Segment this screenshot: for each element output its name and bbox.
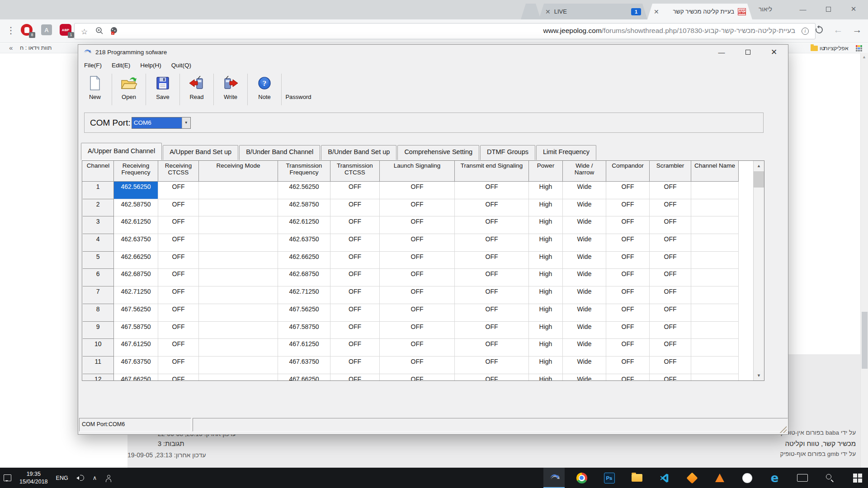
cell-launch_signaling[interactable]: OFF bbox=[380, 182, 455, 199]
cell-tx_end_signaling[interactable]: OFF bbox=[455, 251, 529, 269]
apps-grid-icon[interactable] bbox=[856, 45, 862, 52]
cell-tx_freq[interactable]: 462.56250 bbox=[278, 182, 330, 199]
cell-launch_signaling[interactable]: OFF bbox=[380, 304, 455, 321]
cell-tx_freq[interactable]: 467.58750 bbox=[278, 321, 330, 339]
cell-power[interactable]: High bbox=[529, 199, 563, 216]
read-button[interactable]: Read bbox=[182, 73, 212, 109]
cell-power[interactable]: High bbox=[529, 356, 563, 374]
cell-rx_mode[interactable] bbox=[199, 251, 278, 269]
taskbar-programming-app-button[interactable] bbox=[543, 468, 565, 488]
cell-compandor[interactable]: OFF bbox=[606, 374, 650, 381]
row-header[interactable]: 12 bbox=[83, 374, 114, 381]
action-center-icon[interactable] bbox=[4, 474, 11, 481]
taskbar-generic-app-button[interactable] bbox=[736, 468, 758, 488]
cell-launch_signaling[interactable]: OFF bbox=[380, 216, 455, 234]
tab-dtmf-groups[interactable]: DTMF Groups bbox=[480, 145, 535, 160]
cell-scrambler[interactable]: OFF bbox=[650, 321, 691, 339]
cell-channel_name[interactable] bbox=[691, 269, 739, 286]
note-button[interactable]: ? Note bbox=[250, 73, 279, 109]
browser-scrollbar-thumb[interactable] bbox=[862, 312, 868, 369]
cookie-blocker-icon[interactable]: x bbox=[110, 27, 118, 37]
cell-channel_name[interactable] bbox=[691, 304, 739, 321]
cell-rx_freq[interactable]: 462.63750 bbox=[114, 234, 158, 252]
taskbar-chrome-button[interactable] bbox=[571, 468, 592, 488]
cell-rx_mode[interactable] bbox=[199, 304, 278, 321]
volume-icon[interactable] bbox=[76, 475, 85, 481]
tab-a-upper-band-setup[interactable]: A/Upper Band Set up bbox=[163, 145, 238, 160]
cell-rx_freq[interactable]: 462.58750 bbox=[114, 199, 158, 216]
cell-launch_signaling[interactable]: OFF bbox=[380, 339, 455, 357]
save-button[interactable]: Save bbox=[148, 73, 178, 109]
tray-overflow-chevron-icon[interactable]: ∧ bbox=[93, 474, 97, 481]
cell-rx_freq[interactable]: 467.66250 bbox=[114, 374, 158, 381]
browser-close-button[interactable]: ✕ bbox=[841, 2, 866, 16]
cell-compandor[interactable]: OFF bbox=[606, 269, 650, 286]
row-header[interactable]: 1 bbox=[83, 182, 114, 199]
com-port-dropdown[interactable]: COM6 ▼ bbox=[132, 117, 191, 129]
cell-tx_end_signaling[interactable]: OFF bbox=[455, 374, 529, 381]
table-scroll-up-icon[interactable]: ▲ bbox=[754, 161, 764, 171]
cell-tx_ctcss[interactable]: OFF bbox=[330, 182, 380, 199]
cell-rx_ctcss[interactable]: OFF bbox=[158, 321, 199, 339]
cell-rx_freq[interactable]: 467.61250 bbox=[114, 339, 158, 357]
cell-tx_freq[interactable]: 467.61250 bbox=[278, 339, 330, 357]
page-info-icon[interactable]: i bbox=[802, 28, 809, 35]
browser-partial-tab[interactable] bbox=[521, 4, 541, 19]
column-header-rx_mode[interactable]: Receiving Mode bbox=[199, 161, 278, 182]
taskbar-photoshop-button[interactable]: Ps bbox=[599, 468, 620, 488]
column-header-channel_name[interactable]: Channel Name bbox=[691, 161, 739, 182]
cell-tx_freq[interactable]: 462.66250 bbox=[278, 251, 330, 269]
cell-power[interactable]: High bbox=[529, 269, 563, 286]
cell-tx_end_signaling[interactable]: OFF bbox=[455, 234, 529, 252]
app-maximize-button[interactable] bbox=[735, 45, 761, 60]
cell-wide_narrow[interactable]: Wide bbox=[563, 321, 606, 339]
cell-launch_signaling[interactable]: OFF bbox=[380, 286, 455, 304]
column-header-rx_ctcss[interactable]: Receiving CTCSS bbox=[158, 161, 199, 182]
row-header[interactable]: 3 bbox=[83, 216, 114, 234]
scroll-up-icon[interactable]: ▲ bbox=[862, 55, 866, 59]
new-button[interactable]: New bbox=[80, 73, 110, 109]
taskbar-vscode-button[interactable] bbox=[654, 468, 675, 488]
cell-compandor[interactable]: OFF bbox=[606, 286, 650, 304]
reload-icon[interactable] bbox=[812, 23, 826, 37]
browser-scrollbar[interactable]: ▲ bbox=[860, 53, 868, 468]
cell-tx_ctcss[interactable]: OFF bbox=[330, 269, 380, 286]
extension-hand-blocker-icon[interactable]: 8 bbox=[21, 24, 33, 37]
cell-rx_mode[interactable] bbox=[199, 339, 278, 357]
column-header-power[interactable]: Power bbox=[529, 161, 563, 182]
browser-minimize-button[interactable]: — bbox=[790, 2, 816, 16]
taskbar-search-button[interactable] bbox=[819, 468, 840, 488]
row-header[interactable]: 10 bbox=[83, 339, 114, 357]
row-header[interactable]: 6 bbox=[83, 269, 114, 286]
cell-rx_ctcss[interactable]: OFF bbox=[158, 374, 199, 381]
app-close-button[interactable]: ✕ bbox=[761, 45, 787, 60]
cell-rx_mode[interactable] bbox=[199, 216, 278, 234]
cell-tx_ctcss[interactable]: OFF bbox=[330, 321, 380, 339]
cell-power[interactable]: High bbox=[529, 321, 563, 339]
cell-rx_ctcss[interactable]: OFF bbox=[158, 286, 199, 304]
cell-launch_signaling[interactable]: OFF bbox=[380, 234, 455, 252]
cell-rx_ctcss[interactable]: OFF bbox=[158, 182, 199, 199]
cell-launch_signaling[interactable]: OFF bbox=[380, 374, 455, 381]
taskbar-file-explorer-button[interactable] bbox=[626, 468, 647, 488]
cell-wide_narrow[interactable]: Wide bbox=[563, 182, 606, 199]
cell-wide_narrow[interactable]: Wide bbox=[563, 216, 606, 234]
cell-scrambler[interactable]: OFF bbox=[650, 374, 691, 381]
cell-rx_ctcss[interactable]: OFF bbox=[158, 304, 199, 321]
column-header-tx_ctcss[interactable]: Transmission CTCSS bbox=[330, 161, 380, 182]
cell-rx_mode[interactable] bbox=[199, 234, 278, 252]
cell-scrambler[interactable]: OFF bbox=[650, 234, 691, 252]
cell-scrambler[interactable]: OFF bbox=[650, 182, 691, 199]
cell-power[interactable]: High bbox=[529, 304, 563, 321]
cell-channel_name[interactable] bbox=[691, 321, 739, 339]
cell-channel_name[interactable] bbox=[691, 182, 739, 199]
cell-tx_end_signaling[interactable]: OFF bbox=[455, 304, 529, 321]
cell-compandor[interactable]: OFF bbox=[606, 321, 650, 339]
cell-wide_narrow[interactable]: Wide bbox=[563, 304, 606, 321]
column-header-compandor[interactable]: Compandor bbox=[606, 161, 650, 182]
row-header[interactable]: 5 bbox=[83, 251, 114, 269]
taskbar-installer-button[interactable] bbox=[681, 468, 703, 488]
cell-wide_narrow[interactable]: Wide bbox=[563, 374, 606, 381]
cell-rx_ctcss[interactable]: OFF bbox=[158, 269, 199, 286]
column-header-tx_end_signaling[interactable]: Transmit end Signaling bbox=[455, 161, 529, 182]
